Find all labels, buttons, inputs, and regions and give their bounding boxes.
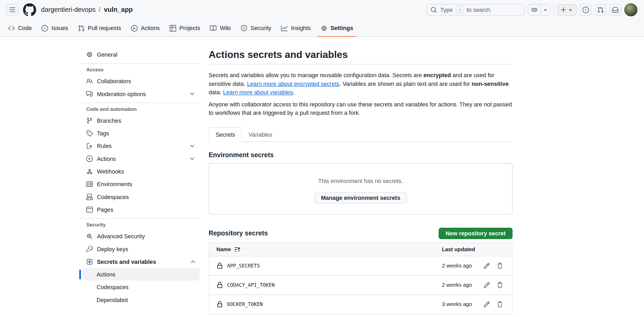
learn-more-link[interactable]: Learn more about variables [223,89,293,96]
intro-text: . Variables are shown as plain text and … [339,80,472,87]
key-icon [86,246,93,252]
sidebar-item-secrets-and-variables[interactable]: Secrets and variables [83,256,200,268]
name-header-label: Name [216,245,231,253]
sidebar-item-branches[interactable]: Branches [83,115,200,127]
pull-requests-dashboard-button[interactable] [595,4,606,16]
sidebar-item-label: Codespaces [96,283,128,291]
gear-icon [86,51,93,58]
secret-last-updated: 3 weeks ago [442,300,480,308]
sidebar-item-tags[interactable]: Tags [83,127,200,140]
repo-tab-projects[interactable]: Projects [166,20,204,37]
sidebar-item-label: Deploy keys [97,245,128,253]
breadcrumb-repo-link[interactable]: vuln_app [104,5,133,15]
lock-icon [216,282,223,289]
sidebar-item-deploy-keys[interactable]: Deploy keys [83,243,200,255]
secret-name: APP_SECRETS [227,262,260,270]
sidebar-item-label: Dependabot [96,296,128,304]
header-actions [577,4,621,16]
repo-tab-pull-requests[interactable]: Pull requests [75,20,124,37]
sidebar-item-moderation-options[interactable]: Moderation options [83,88,200,100]
trash-icon [497,282,503,289]
issue-opened-icon [42,25,48,31]
manage-environment-secrets-button[interactable]: Manage environment secrets [314,192,407,204]
three-bars-icon [9,7,16,13]
secret-row-docker-token: DOCKER_TOKEN3 weeks ago [209,295,512,314]
secret-row-codacy-api-token: CODACY_API_TOKEN2 weeks ago [209,276,512,295]
issue-opened-icon [582,7,589,13]
edit-secret-button[interactable] [480,298,493,311]
repo-tab-issues[interactable]: Issues [38,20,71,37]
create-new-button[interactable] [557,4,577,16]
global-search-input[interactable]: Type / to search [427,4,525,16]
repo-nav-tabs: CodeIssuesPull requestsActionsProjectsWi… [0,20,644,37]
sidebar-item-webhooks[interactable]: Webhooks [83,165,200,178]
hamburger-menu-button[interactable] [7,4,18,16]
secret-row-app-secrets: APP_SECRETS2 weeks ago [209,256,512,276]
settings-sidebar: GeneralAccessCollaboratorsModeration opt… [80,48,200,314]
sidebar-item-environments[interactable]: Environments [83,178,200,190]
repo-tab-security[interactable]: Security [237,20,274,37]
sidebar-item-rules[interactable]: Rules [83,140,200,152]
sidebar-item-codespaces[interactable]: Codespaces [83,191,200,203]
copilot-button-group [528,4,550,16]
comment-discussion-icon [86,91,93,97]
github-logo[interactable] [23,3,36,16]
secret-name-cell: APP_SECRETS [216,262,442,270]
slash-key-hint: / [456,6,463,13]
issues-dashboard-button[interactable] [580,4,592,16]
sidebar-item-dependabot[interactable]: Dependabot [83,294,200,306]
name-column-header[interactable]: Name [216,245,442,253]
secret-last-updated: 2 weeks ago [442,281,480,289]
sidebar-divider [80,103,200,103]
table-icon [170,25,176,31]
repo-tab-actions[interactable]: Actions [128,20,163,37]
codescan-icon [86,233,93,240]
repo-tab-settings[interactable]: Settings [317,20,356,37]
sidebar-item-pages[interactable]: Pages [83,204,200,216]
sidebar-item-label: Webhooks [97,167,124,176]
sidebar-item-codespaces[interactable]: Codespaces [83,281,200,293]
delete-secret-button[interactable] [493,279,506,292]
sidebar-item-collaborators[interactable]: Collaborators [83,75,200,87]
repo-tab-label: Actions [141,24,160,32]
github-mark-icon [23,3,36,16]
new-repository-secret-button[interactable]: New repository secret [439,228,513,239]
key-asterisk-icon [86,259,93,265]
chevron-down-icon [189,143,196,149]
sidebar-item-advanced-security[interactable]: Advanced Security [83,230,200,242]
repo-tab-code[interactable]: Code [5,20,35,37]
settings-layout: GeneralAccessCollaboratorsModeration opt… [0,37,644,314]
learn-more-link[interactable]: Learn more about encrypted secrets [247,80,339,87]
repo-tab-label: Pull requests [88,24,121,32]
play-icon [86,155,93,162]
server-icon [86,181,93,187]
sidebar-item-actions[interactable]: Actions [83,268,200,281]
sidebar-item-label: Advanced Security [97,232,145,241]
delete-secret-button[interactable] [493,259,506,273]
intro-text: Secrets and variables allow you to manag… [209,72,423,78]
user-avatar[interactable] [624,3,637,16]
search-placeholder-prefix: Type [440,6,453,14]
global-header: dargentieri-devops / vuln_app Type / to … [0,0,644,20]
caret-down-icon [542,7,549,13]
tab-secrets[interactable]: Secrets [209,127,242,142]
repo-tab-insights[interactable]: Insights [278,20,314,37]
edit-secret-button[interactable] [480,259,493,273]
repo-tab-wiki[interactable]: Wiki [207,20,234,37]
intro-text: data. [209,89,223,96]
search-placeholder-suffix: to search [467,6,490,14]
edit-secret-button[interactable] [480,279,493,292]
copilot-button[interactable] [528,4,541,15]
sidebar-divider [80,218,200,219]
tab-variables[interactable]: Variables [242,128,279,142]
sidebar-section-label-code-and-automation: Code and automation [80,105,200,113]
sidebar-item-actions[interactable]: Actions [83,153,200,165]
sidebar-section-label-security: Security [80,221,200,229]
sidebar-item-general[interactable]: General [83,48,200,61]
codespaces-icon [86,194,93,200]
delete-secret-button[interactable] [493,298,506,311]
inbox-button[interactable] [609,4,621,16]
trash-icon [497,262,503,269]
copilot-menu-caret[interactable] [541,4,550,15]
breadcrumb-owner-link[interactable]: dargentieri-devops [41,5,95,15]
